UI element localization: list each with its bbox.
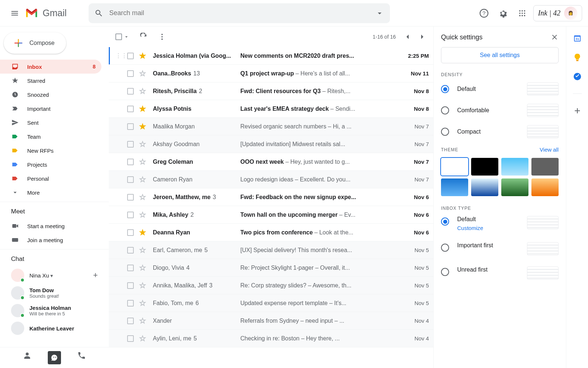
sidebar-item-personal[interactable]: Personal <box>0 171 101 185</box>
row-checkbox[interactable] <box>127 159 134 165</box>
message-row[interactable]: ⋮⋮Deanna RyanTwo pics from conference – … <box>109 224 433 241</box>
theme-thumbnail[interactable] <box>441 158 468 176</box>
see-all-settings-button[interactable]: See all settings <box>441 47 559 63</box>
row-checkbox[interactable] <box>127 212 134 218</box>
hangouts-icon[interactable] <box>48 351 61 364</box>
star-toggle[interactable] <box>139 88 147 95</box>
keep-app-icon[interactable] <box>573 53 582 62</box>
message-row[interactable]: ⋮⋮Earl, Cameron, me5[UX] Special deliver… <box>109 241 433 259</box>
chat-contact[interactable]: Tom DowSounds great! <box>0 284 109 302</box>
sidebar-item-starred[interactable]: Starred <box>0 74 101 88</box>
inbox-type-important-first[interactable]: Important first <box>441 242 559 255</box>
search-input[interactable] <box>109 9 375 17</box>
message-row[interactable]: ⋮⋮Fabio, Tom, me6Updated expense report … <box>109 294 433 312</box>
phone-icon[interactable] <box>77 351 86 360</box>
row-checkbox[interactable] <box>127 141 134 148</box>
theme-thumbnail[interactable] <box>531 178 559 196</box>
message-row[interactable]: ⋮⋮Jessica Holman (via Goog...New comment… <box>109 47 433 65</box>
theme-thumbnail[interactable] <box>471 178 498 196</box>
star-toggle[interactable] <box>139 70 147 77</box>
prev-page-button[interactable] <box>403 32 412 41</box>
meet-start-a-meeting[interactable]: Start a meeting <box>0 219 101 233</box>
drag-handle-icon[interactable]: ⋮⋮ <box>115 52 122 59</box>
message-row[interactable]: ⋮⋮Akshay Goodman[Updated invitation] Mid… <box>109 135 433 153</box>
chat-contact[interactable]: Katherine Leaver <box>0 319 109 337</box>
select-dropdown-icon[interactable] <box>123 34 129 40</box>
sidebar-item-new-rfps[interactable]: New RFPs <box>0 144 101 158</box>
row-checkbox[interactable] <box>127 229 134 236</box>
sidebar-item-important[interactable]: Important <box>0 102 101 116</box>
message-row[interactable]: ⋮⋮Aylin, Leni, me5Checking in re: Boston… <box>109 330 433 347</box>
star-toggle[interactable] <box>139 317 147 325</box>
select-all-checkbox[interactable] <box>115 33 122 40</box>
star-toggle[interactable] <box>139 158 147 166</box>
star-toggle[interactable] <box>139 176 147 183</box>
star-toggle[interactable] <box>139 141 147 148</box>
theme-thumbnail[interactable] <box>471 158 498 176</box>
message-row[interactable]: ⋮⋮Greg ColemanOOO next week – Hey, just … <box>109 153 433 171</box>
compose-button[interactable]: Compose <box>4 32 66 54</box>
message-row[interactable]: ⋮⋮Alyssa PotnisLast year's EMEA strategy… <box>109 100 433 118</box>
sidebar-item-sent[interactable]: Sent <box>0 116 101 130</box>
row-checkbox[interactable] <box>127 194 134 201</box>
more-actions-button[interactable] <box>158 33 166 41</box>
row-checkbox[interactable] <box>127 123 134 130</box>
tasks-app-icon[interactable] <box>573 72 582 81</box>
star-toggle[interactable] <box>139 123 147 130</box>
star-toggle[interactable] <box>139 247 147 254</box>
message-row[interactable]: ⋮⋮Mika, Ashley2Town hall on the upcoming… <box>109 206 433 224</box>
message-row[interactable]: ⋮⋮XanderReferrals from Sydney – need inp… <box>109 312 433 330</box>
row-checkbox[interactable] <box>127 300 134 307</box>
sidebar-item-inbox[interactable]: Inbox8 <box>0 60 101 74</box>
row-checkbox[interactable] <box>127 176 134 183</box>
message-row[interactable]: ⋮⋮Oana..Brooks13Q1 project wrap-up – Her… <box>109 65 433 82</box>
row-checkbox[interactable] <box>127 88 134 95</box>
density-option-comfortable[interactable]: Comfortable <box>441 104 559 117</box>
star-toggle[interactable] <box>139 335 147 342</box>
inbox-type-unread-first[interactable]: Unread first <box>441 266 559 280</box>
row-checkbox[interactable] <box>127 70 134 77</box>
sidebar-item-team[interactable]: Team <box>0 130 101 144</box>
new-chat-icon[interactable]: + <box>93 270 98 280</box>
settings-button[interactable] <box>495 5 511 21</box>
density-option-compact[interactable]: Compact <box>441 125 559 138</box>
message-row[interactable]: ⋮⋮Jeroen, Matthew, me3Fwd: Feedback on t… <box>109 188 433 206</box>
search-options-icon[interactable] <box>375 9 384 18</box>
apps-button[interactable] <box>514 5 530 21</box>
theme-thumbnail[interactable] <box>441 178 468 196</box>
search-box[interactable] <box>89 3 390 23</box>
theme-thumbnail[interactable] <box>501 178 528 196</box>
refresh-button[interactable] <box>140 33 148 41</box>
theme-thumbnail[interactable] <box>531 158 559 176</box>
sidebar-item-projects[interactable]: Projects <box>0 158 101 171</box>
message-row[interactable]: ⋮⋮Maalika MorganRevised organic search n… <box>109 118 433 135</box>
row-checkbox[interactable] <box>127 282 134 289</box>
close-settings-button[interactable] <box>551 33 559 41</box>
message-row[interactable]: ⋮⋮Diogo, Vivia4Re: Project Skylight 1-pa… <box>109 259 433 277</box>
theme-view-all-link[interactable]: View all <box>540 146 559 153</box>
message-row[interactable]: ⋮⋮Ritesh, Priscilla2Fwd: Client resource… <box>109 82 433 100</box>
account-chip[interactable]: Ink | 42 👩 <box>533 5 582 21</box>
star-toggle[interactable] <box>139 194 147 201</box>
star-toggle[interactable] <box>139 229 147 236</box>
star-toggle[interactable] <box>139 52 147 60</box>
add-app-icon[interactable] <box>573 106 582 115</box>
sidebar-item-snoozed[interactable]: Snoozed <box>0 88 101 102</box>
row-checkbox[interactable] <box>127 106 134 112</box>
next-page-button[interactable] <box>418 32 427 41</box>
chat-contact[interactable]: Jessica HolmanWill be there in 5 <box>0 302 109 319</box>
star-toggle[interactable] <box>139 300 147 307</box>
density-option-default[interactable]: Default <box>441 82 559 96</box>
inbox-type-default[interactable]: DefaultCustomize <box>441 216 559 231</box>
row-checkbox[interactable] <box>127 318 134 324</box>
sidebar-item-more[interactable]: More <box>0 185 101 199</box>
person-icon[interactable] <box>23 351 32 360</box>
message-row[interactable]: ⋮⋮Cameron RyanLogo redesign ideas – Exce… <box>109 171 433 188</box>
row-checkbox[interactable] <box>127 247 134 254</box>
row-checkbox[interactable] <box>127 53 134 59</box>
row-checkbox[interactable] <box>127 265 134 271</box>
calendar-app-icon[interactable]: 31 <box>573 34 582 43</box>
message-row[interactable]: ⋮⋮Annika, Maalika, Jeff3Re: Corp strateg… <box>109 277 433 294</box>
help-button[interactable]: ? <box>476 5 492 21</box>
gmail-logo[interactable]: Gmail <box>25 8 67 18</box>
